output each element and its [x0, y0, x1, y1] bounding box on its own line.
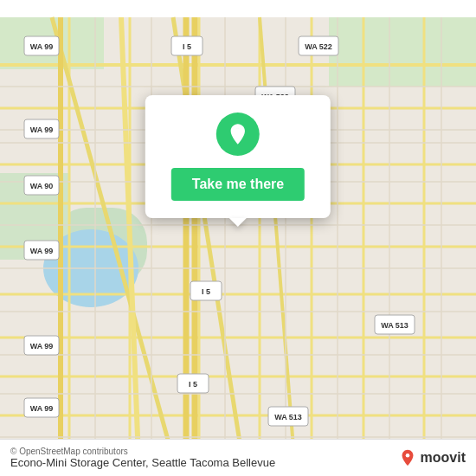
svg-point-74 — [405, 453, 409, 458]
moovit-logo: moovit — [398, 448, 466, 467]
location-name: Econo-Mini Storage Center, Seattle Tacom… — [10, 456, 275, 469]
bottom-bar-info: © OpenStreetMap contributors Econo-Mini … — [10, 447, 275, 469]
moovit-pin-icon — [398, 448, 417, 467]
svg-text:WA 99: WA 99 — [30, 125, 54, 134]
svg-text:WA 513: WA 513 — [381, 321, 408, 330]
pin-icon — [216, 113, 260, 156]
svg-text:WA 90: WA 90 — [30, 182, 54, 190]
svg-text:WA 99: WA 99 — [30, 247, 54, 255]
svg-text:WA 99: WA 99 — [30, 342, 54, 351]
svg-rect-4 — [329, 17, 476, 87]
copyright-text: © OpenStreetMap contributors — [10, 447, 275, 456]
svg-text:WA 99: WA 99 — [30, 404, 54, 413]
moovit-brand-text: moovit — [421, 450, 466, 466]
bottom-bar: © OpenStreetMap contributors Econo-Mini … — [0, 439, 476, 476]
svg-text:I 5: I 5 — [183, 42, 191, 51]
svg-text:I 5: I 5 — [189, 380, 197, 389]
svg-text:WA 513: WA 513 — [274, 413, 302, 421]
popup-card: Take me there — [145, 95, 331, 218]
take-me-there-button[interactable]: Take me there — [171, 168, 305, 201]
svg-text:WA 99: WA 99 — [30, 42, 54, 51]
svg-text:WA 522: WA 522 — [305, 42, 332, 51]
map-container: WA 99 WA 99 WA 99 WA 99 WA 99 WA 90 I 5 … — [0, 0, 476, 476]
svg-text:I 5: I 5 — [202, 287, 210, 296]
